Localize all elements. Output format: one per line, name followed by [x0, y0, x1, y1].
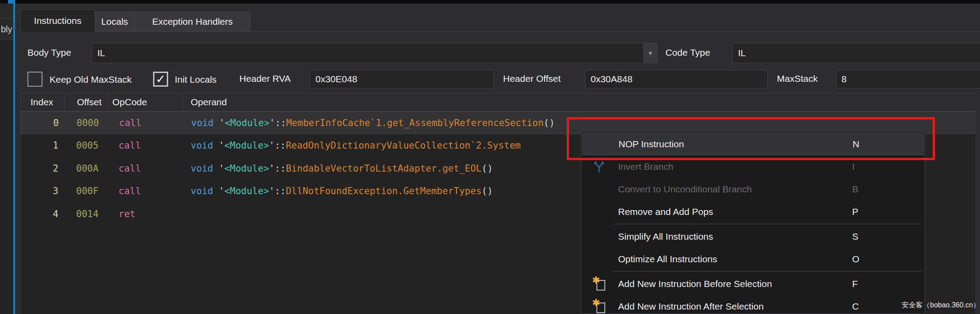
menu-item-simplify-all-instructions[interactable]: Simplify All InstructionsS: [581, 225, 925, 248]
operand-segment: '::: [269, 118, 286, 128]
watermark: 安全客（bobao.360.cn）: [902, 301, 980, 310]
code-type-field[interactable]: IL: [732, 43, 980, 63]
operand-segment: '::: [269, 163, 286, 174]
left-panel-edge: bly: [0, 4, 13, 314]
operand-segment: '::: [269, 186, 286, 196]
cell-index: 0: [21, 118, 65, 128]
operand-segment: void: [191, 163, 213, 174]
cell-operand: void '<Module>'::ReadOnlyDictionaryValue…: [183, 140, 521, 151]
menu-item-shortcut: I: [852, 161, 855, 172]
operand-segment: <Module>: [224, 163, 269, 174]
cell-offset: 0014: [65, 209, 108, 219]
context-menu: NOP InstructionNInvert BranchIConvert to…: [581, 131, 925, 314]
cell-opcode: call: [108, 140, 183, 151]
operand-segment: void: [191, 186, 213, 196]
chevron-down-icon[interactable]: ▼: [643, 43, 657, 63]
operand-segment: MemberInfoCache`1.get_AssemblyReferenceS…: [286, 118, 544, 128]
truncated-panel-text: bly: [1, 24, 12, 34]
cell-operand: void '<Module>'::MemberInfoCache`1.get_A…: [184, 118, 555, 128]
operand-segment: DllNotFoundException.GetMemberTypes: [286, 186, 482, 196]
operand-segment: ': [213, 163, 224, 174]
operand-segment: ': [214, 118, 225, 128]
cell-index: 1: [21, 140, 65, 151]
operand-segment: BindableVectorToListAdapter.get_EOL: [286, 163, 482, 174]
tab-locals[interactable]: Locals: [95, 11, 134, 31]
operand-segment: (): [544, 118, 555, 128]
cell-offset: 0000: [65, 118, 108, 128]
body-type-combobox[interactable]: IL ▼: [92, 43, 657, 63]
cell-index: 4: [21, 209, 65, 219]
menu-item-label: Invert Branch: [618, 161, 673, 172]
menu-item-shortcut: O: [852, 254, 859, 264]
cell-offset: 000F: [65, 186, 108, 196]
init-locals-checkbox[interactable]: ✓: [153, 72, 168, 87]
divider: [0, 18, 13, 18]
branch-icon: [589, 158, 609, 176]
menu-item-label: Add New Instruction Before Selection: [618, 279, 772, 289]
tab-exception-handlers[interactable]: Exception Handlers: [134, 11, 251, 31]
menu-item-convert-to-unconditional-branch[interactable]: Convert to Unconditional BranchB: [581, 178, 925, 200]
left-panel-lower: [0, 39, 13, 314]
menu-item-add-new-instruction-after-selection[interactable]: ✱Add New Instruction After SelectionC: [581, 295, 925, 314]
operand-segment: (): [481, 186, 492, 196]
cell-operand: void '<Module>'::DllNotFoundException.Ge…: [183, 186, 493, 196]
operand-segment: <Module>: [224, 186, 269, 196]
keep-old-maxstack-checkbox[interactable]: [27, 72, 42, 87]
cell-opcode: call: [108, 118, 184, 128]
il-editor-window: bly Instructions Locals Exception Handle…: [0, 0, 980, 314]
operand-segment: <Module>: [224, 140, 269, 151]
cell-index: 2: [21, 163, 65, 174]
header-offset-value: 0x30A848: [591, 74, 633, 84]
header-offset-field[interactable]: 0x30A848: [585, 70, 768, 88]
operand-segment: (): [481, 163, 492, 174]
menu-item-shortcut: S: [852, 231, 858, 242]
menu-item-invert-branch[interactable]: Invert BranchI: [581, 155, 925, 178]
menu-item-remove-and-add-pops[interactable]: Remove and Add PopsP: [581, 200, 925, 223]
body-type-value: IL: [97, 48, 105, 58]
tab-instructions[interactable]: Instructions: [20, 9, 95, 32]
menu-item-label: Convert to Unconditional Branch: [618, 184, 752, 195]
column-header-operand[interactable]: Operand: [183, 93, 975, 111]
menu-item-label: Add New Instruction After Selection: [618, 301, 764, 312]
operand-segment: <Module>: [225, 118, 269, 128]
keep-old-maxstack-label: Keep Old MaxStack: [50, 74, 132, 85]
menu-item-shortcut: F: [852, 279, 858, 289]
header-offset-label: Header Offset: [503, 73, 561, 84]
cell-offset: 000A: [65, 163, 108, 174]
cell-opcode: call: [108, 163, 183, 174]
table-row-instruction-0[interactable]: 00000callvoid '<Module>'::MemberInfoCach…: [21, 111, 975, 134]
menu-item-shortcut: B: [852, 184, 858, 195]
column-header-index[interactable]: Index: [21, 93, 65, 111]
menu-item-label: NOP Instruction: [619, 139, 684, 149]
operand-segment: void: [191, 118, 214, 128]
menu-item-nop-instruction[interactable]: NOP InstructionN: [582, 133, 924, 155]
cell-operand: void '<Module>'::BindableVectorToListAda…: [183, 163, 493, 174]
splitter-accent-line[interactable]: [13, 0, 15, 314]
column-header-opcode[interactable]: OpCode: [108, 93, 183, 111]
cell-opcode: call: [108, 186, 183, 196]
menu-item-shortcut: C: [852, 301, 859, 312]
operand-segment: void: [191, 140, 213, 151]
operand-segment: ': [213, 140, 224, 151]
header-rva-field[interactable]: 0x30E048: [310, 70, 494, 88]
table-header: Index Offset OpCode Operand: [21, 93, 975, 111]
header-rva-label: Header RVA: [239, 73, 291, 84]
init-locals-label: Init Locals: [175, 74, 217, 85]
code-type-value: IL: [738, 48, 746, 58]
top-bar: [0, 0, 980, 4]
tab-strip-underline: [15, 31, 980, 32]
header-rva-value: 0x30E048: [315, 74, 357, 84]
menu-item-add-new-instruction-before-selection[interactable]: ✱Add New Instruction Before SelectionF: [581, 272, 925, 295]
maxstack-label: MaxStack: [777, 73, 818, 84]
cell-index: 3: [21, 186, 65, 196]
cell-offset: 0005: [65, 140, 108, 151]
menu-item-optimize-all-instructions[interactable]: Optimize All InstructionsO: [581, 248, 925, 270]
operand-segment: '::: [269, 140, 286, 151]
menu-item-label: Remove and Add Pops: [618, 207, 713, 217]
menu-item-shortcut: P: [852, 207, 858, 217]
add-instruction-icon: ✱: [589, 298, 609, 314]
add-instruction-icon: ✱: [589, 275, 609, 293]
column-header-offset[interactable]: Offset: [65, 93, 108, 111]
maxstack-value: 8: [842, 74, 847, 84]
maxstack-field[interactable]: 8: [836, 70, 980, 88]
